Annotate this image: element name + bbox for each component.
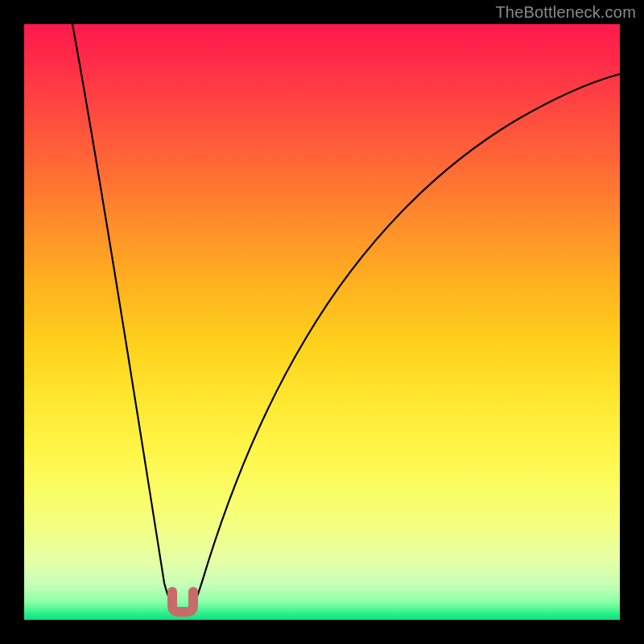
- chart-frame: TheBottleneck.com: [0, 0, 644, 644]
- gradient-plot-area: [24, 24, 620, 620]
- watermark-text: TheBottleneck.com: [495, 3, 636, 22]
